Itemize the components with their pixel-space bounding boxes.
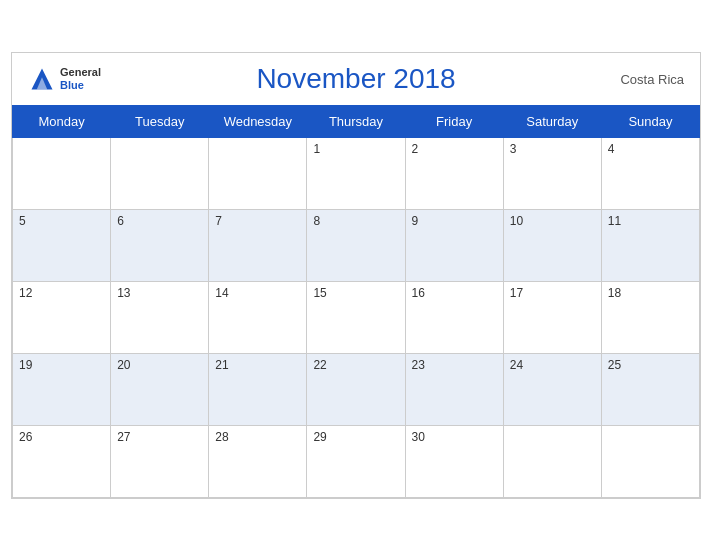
calendar-title: November 2018	[256, 63, 455, 95]
calendar-day-cell: 28	[209, 425, 307, 497]
calendar-day-cell: 14	[209, 281, 307, 353]
header-saturday: Saturday	[503, 105, 601, 137]
calendar-day-cell: 25	[601, 353, 699, 425]
day-number: 13	[117, 286, 130, 300]
weekday-header-row: Monday Tuesday Wednesday Thursday Friday…	[13, 105, 700, 137]
calendar-week-row: 2627282930	[13, 425, 700, 497]
calendar-day-cell	[503, 425, 601, 497]
calendar-day-cell: 8	[307, 209, 405, 281]
calendar-day-cell: 26	[13, 425, 111, 497]
calendar-day-cell: 21	[209, 353, 307, 425]
day-number: 14	[215, 286, 228, 300]
calendar-week-row: 12131415161718	[13, 281, 700, 353]
day-number: 24	[510, 358, 523, 372]
generalblue-logo-icon	[28, 65, 56, 93]
day-number: 20	[117, 358, 130, 372]
day-number: 5	[19, 214, 26, 228]
logo-blue-text: Blue	[60, 79, 101, 91]
calendar-grid: Monday Tuesday Wednesday Thursday Friday…	[12, 105, 700, 498]
day-number: 25	[608, 358, 621, 372]
calendar-day-cell	[209, 137, 307, 209]
day-number: 19	[19, 358, 32, 372]
calendar-day-cell: 11	[601, 209, 699, 281]
day-number: 7	[215, 214, 222, 228]
calendar-day-cell	[111, 137, 209, 209]
calendar-day-cell: 30	[405, 425, 503, 497]
calendar-day-cell: 17	[503, 281, 601, 353]
day-number: 9	[412, 214, 419, 228]
day-number: 29	[313, 430, 326, 444]
calendar-week-row: 1234	[13, 137, 700, 209]
calendar-day-cell: 2	[405, 137, 503, 209]
day-number: 18	[608, 286, 621, 300]
day-number: 23	[412, 358, 425, 372]
calendar-day-cell: 20	[111, 353, 209, 425]
calendar-day-cell: 15	[307, 281, 405, 353]
calendar-day-cell: 13	[111, 281, 209, 353]
header-monday: Monday	[13, 105, 111, 137]
header-thursday: Thursday	[307, 105, 405, 137]
day-number: 17	[510, 286, 523, 300]
day-number: 16	[412, 286, 425, 300]
calendar-day-cell: 12	[13, 281, 111, 353]
calendar-container: General Blue November 2018 Costa Rica Mo…	[11, 52, 701, 499]
calendar-day-cell: 7	[209, 209, 307, 281]
calendar-day-cell: 18	[601, 281, 699, 353]
header-friday: Friday	[405, 105, 503, 137]
day-number: 11	[608, 214, 621, 228]
header-sunday: Sunday	[601, 105, 699, 137]
day-number: 6	[117, 214, 124, 228]
calendar-header: General Blue November 2018 Costa Rica	[12, 53, 700, 105]
calendar-day-cell: 27	[111, 425, 209, 497]
day-number: 21	[215, 358, 228, 372]
calendar-day-cell: 29	[307, 425, 405, 497]
day-number: 10	[510, 214, 523, 228]
logo-area: General Blue	[28, 65, 101, 93]
day-number: 2	[412, 142, 419, 156]
day-number: 30	[412, 430, 425, 444]
day-number: 4	[608, 142, 615, 156]
calendar-day-cell: 3	[503, 137, 601, 209]
calendar-day-cell: 5	[13, 209, 111, 281]
calendar-day-cell: 19	[13, 353, 111, 425]
day-number: 8	[313, 214, 320, 228]
calendar-day-cell: 1	[307, 137, 405, 209]
day-number: 3	[510, 142, 517, 156]
calendar-day-cell: 4	[601, 137, 699, 209]
header-wednesday: Wednesday	[209, 105, 307, 137]
calendar-day-cell: 24	[503, 353, 601, 425]
country-label: Costa Rica	[620, 71, 684, 86]
logo-text: General Blue	[60, 66, 101, 90]
day-number: 15	[313, 286, 326, 300]
logo-general-text: General	[60, 66, 101, 78]
calendar-day-cell	[601, 425, 699, 497]
day-number: 1	[313, 142, 320, 156]
calendar-day-cell	[13, 137, 111, 209]
day-number: 12	[19, 286, 32, 300]
calendar-day-cell: 10	[503, 209, 601, 281]
calendar-week-row: 19202122232425	[13, 353, 700, 425]
header-tuesday: Tuesday	[111, 105, 209, 137]
calendar-week-row: 567891011	[13, 209, 700, 281]
day-number: 22	[313, 358, 326, 372]
calendar-day-cell: 23	[405, 353, 503, 425]
calendar-day-cell: 9	[405, 209, 503, 281]
day-number: 26	[19, 430, 32, 444]
calendar-day-cell: 16	[405, 281, 503, 353]
day-number: 28	[215, 430, 228, 444]
day-number: 27	[117, 430, 130, 444]
calendar-day-cell: 6	[111, 209, 209, 281]
calendar-day-cell: 22	[307, 353, 405, 425]
